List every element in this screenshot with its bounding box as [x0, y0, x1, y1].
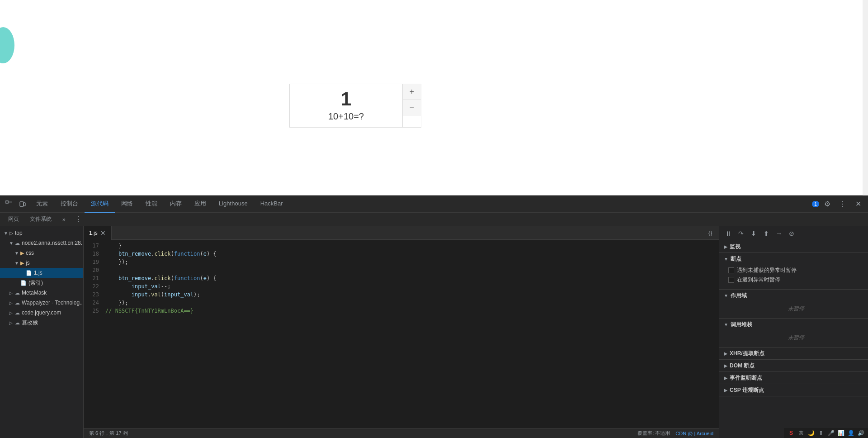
csp-arrow-icon: ▶ [724, 388, 727, 393]
debugger-breakpoints-header[interactable]: ▼ 断点 [719, 253, 868, 265]
debug-pause-resume-icon[interactable]: ⏸ [723, 228, 734, 239]
sources-tab-webpage[interactable]: 网页 [4, 214, 24, 225]
tree-item-css[interactable]: ▼ ▶ css [0, 248, 83, 258]
debugger-scope-section: ▼ 作用域 未暂停 [719, 290, 868, 319]
tab-performance[interactable]: 性能 [139, 195, 164, 213]
tree-label-wappalyzer: Wappalyzer - Technolog... [22, 300, 83, 306]
counter-display: 1 10+10=? [290, 84, 403, 127]
code-editor-panel: 1.js ✕ {} 17 18 19 20 [84, 226, 719, 438]
sources-panel-content: ▼ ▷ top ▼ ☁ node2.anna.nssctf.cn:28... [0, 226, 868, 438]
debugger-watch-section: ▶ 监视 [719, 241, 868, 253]
editor-tabs: 1.js ✕ {} [84, 226, 719, 240]
settings-icon[interactable]: ⚙ [821, 198, 834, 210]
debug-step-over-icon[interactable]: ↷ [736, 228, 746, 239]
sources-secondary-toolbar: 网页 文件系统 » ⋮ [0, 213, 868, 226]
callstack-arrow-icon: ▼ [724, 322, 728, 327]
editor-position: 第 6 行，第 17 列 [89, 430, 128, 437]
debugger-breakpoints-section: ▼ 断点 遇到未捕获的异常时暂停 在遇到异常时暂停 [719, 253, 868, 290]
sources-tab-filesystem[interactable]: 文件系统 [25, 214, 56, 225]
debugger-event-section: ▶ 事件监听断点 [719, 372, 868, 384]
close-devtools-icon[interactable]: ✕ [852, 198, 864, 210]
debug-step-into-icon[interactable]: ⬇ [748, 228, 759, 239]
scope-arrow-icon: ▼ [724, 293, 728, 298]
tray-lang-icon[interactable]: 英 [797, 429, 805, 437]
debugger-event-header[interactable]: ▶ 事件监听断点 [719, 372, 868, 384]
tray-input-method-icon[interactable]: S [788, 429, 795, 437]
inspect-element-icon[interactable] [3, 198, 15, 210]
sources-add-icon[interactable]: ⋮ [72, 213, 85, 226]
tab-memory[interactable]: 内存 [164, 195, 188, 213]
debug-deactivate-icon[interactable]: ⊘ [786, 228, 797, 239]
watch-label: 监视 [730, 243, 741, 251]
tree-item-jquery[interactable]: ▷ ☁ code.jquery.com [0, 308, 83, 318]
tree-item-top[interactable]: ▼ ▷ top [0, 228, 83, 238]
viewport-scrollbar[interactable] [863, 0, 868, 195]
tree-icon-js: ▶ [20, 260, 24, 266]
counter-minus-button[interactable]: − [403, 100, 421, 116]
devtools-main: 网页 文件系统 » ⋮ ▼ ▷ top [0, 213, 868, 438]
label-uncaught-exceptions: 遇到未捕获的异常时暂停 [737, 267, 797, 274]
system-tray: S 英 🌙 ⬆ 🎤 📊 👤 🔊 [784, 428, 868, 438]
checkbox-caught-exceptions[interactable] [728, 277, 734, 283]
cdn-link[interactable]: CDN @ | Arcueid [675, 431, 713, 436]
debugger-callstack-content: 未暂停 [719, 330, 868, 347]
coverage-status: 覆盖率: 不适用 [637, 430, 670, 437]
format-code-icon[interactable]: {} [705, 228, 715, 238]
tab-console[interactable]: 控制台 [54, 195, 85, 213]
tree-arrow-wappalyzer: ▷ [9, 300, 14, 305]
tree-label-jquery: code.jquery.com [22, 309, 61, 316]
tree-item-wappalyzer[interactable]: ▷ ☁ Wappalyzer - Technolog... [0, 298, 83, 308]
tree-item-metamask[interactable]: ▷ ☁ MetaMask [0, 288, 83, 298]
editor-tab-1js[interactable]: 1.js ✕ [84, 226, 112, 240]
tab-network[interactable]: 网络 [115, 195, 139, 213]
tray-chart-icon[interactable]: 📊 [837, 429, 844, 437]
tray-user-icon[interactable]: 👤 [847, 429, 854, 437]
file-tree-panel: ▼ ▷ top ▼ ☁ node2.anna.nssctf.cn:28... [0, 226, 84, 438]
tree-label-metamask: MetaMask [22, 290, 47, 296]
devtools-panel: 元素 控制台 源代码 网络 性能 内存 应用 Lighthouse HackBa… [0, 195, 868, 438]
counter-plus-button[interactable]: + [403, 84, 421, 100]
tab-lighthouse[interactable]: Lighthouse [212, 195, 254, 213]
code-content[interactable]: } btn_remove.click(function(e) { }); btn… [102, 240, 719, 428]
tree-icon-top: ▷ [9, 230, 13, 236]
editor-status-bar: 第 6 行，第 17 列 覆盖率: 不适用 CDN @ | Arcueid [84, 428, 719, 438]
debugger-dom-header[interactable]: ▶ DOM 断点 [719, 360, 868, 371]
device-toggle-icon[interactable] [16, 198, 29, 210]
debugger-scope-header[interactable]: ▼ 作用域 [719, 290, 868, 301]
svg-rect-2 [20, 202, 24, 206]
tree-item-tampermonkey[interactable]: ▷ ☁ 篡改猴 [0, 318, 83, 328]
tab-elements[interactable]: 元素 [30, 195, 54, 213]
editor-tab-close-icon[interactable]: ✕ [100, 230, 106, 236]
debugger-csp-header[interactable]: ▶ CSP 违规断点 [719, 384, 868, 396]
debug-step-out-icon[interactable]: ⬆ [761, 228, 772, 239]
debugger-callstack-header[interactable]: ▼ 调用堆栈 [719, 319, 868, 330]
tree-icon-server: ☁ [15, 240, 20, 246]
tray-mic-icon[interactable]: 🎤 [827, 429, 835, 437]
tree-item-js[interactable]: ▼ ▶ js [0, 258, 83, 268]
debugger-panel: ⏸ ↷ ⬇ ⬆ → ⊘ ▶ 监视 [719, 226, 868, 438]
checkbox-uncaught-exceptions[interactable] [728, 267, 734, 273]
tray-arrow-icon[interactable]: ⬆ [817, 429, 825, 437]
scope-empty-text: 未暂停 [728, 303, 863, 314]
tree-icon-1js: 📄 [26, 270, 32, 276]
tab-hackbar[interactable]: HackBar [254, 195, 289, 213]
tree-arrow-tampermonkey: ▷ [9, 320, 14, 325]
tree-arrow-top: ▼ [4, 231, 8, 236]
tray-moon-icon[interactable]: 🌙 [807, 429, 815, 437]
tree-item-server[interactable]: ▼ ☁ node2.anna.nssctf.cn:28... [0, 238, 83, 248]
counter-value: 1 [341, 90, 351, 109]
debugger-xhr-header[interactable]: ▶ XHR/提取断点 [719, 348, 868, 359]
tab-application[interactable]: 应用 [188, 195, 212, 213]
debug-step-icon[interactable]: → [774, 228, 784, 239]
tab-sources[interactable]: 源代码 [85, 195, 115, 213]
sources-tab-more[interactable]: » [58, 214, 70, 225]
more-options-icon[interactable]: ⋮ [836, 198, 849, 210]
label-caught-exceptions: 在遇到异常时暂停 [737, 276, 780, 284]
breakpoints-arrow-icon: ▼ [724, 257, 728, 262]
tray-volume-icon[interactable]: 🔊 [857, 429, 864, 437]
counter-widget: 1 10+10=? + − [289, 84, 421, 128]
code-area[interactable]: 17 18 19 20 21 22 23 24 25 } btn_remove.… [84, 240, 719, 428]
tree-item-index[interactable]: 📄 (索引) [0, 278, 83, 288]
debugger-watch-header[interactable]: ▶ 监视 [719, 241, 868, 252]
tree-item-1js[interactable]: 📄 1.js [0, 268, 83, 278]
